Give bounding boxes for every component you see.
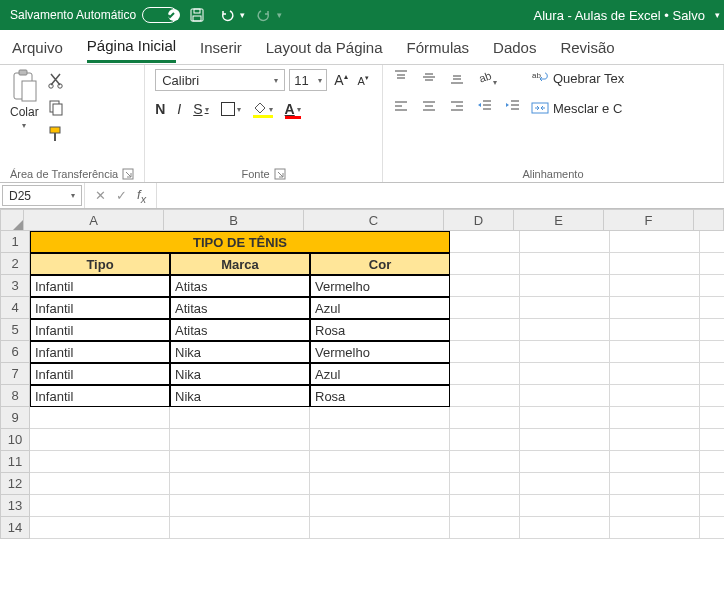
cell[interactable] — [450, 385, 520, 407]
align-middle-icon[interactable] — [421, 69, 437, 88]
cell[interactable]: Vermelho — [310, 275, 450, 297]
format-painter-icon[interactable] — [47, 125, 65, 146]
cell[interactable] — [610, 385, 700, 407]
cell[interactable] — [700, 473, 724, 495]
cell[interactable] — [520, 451, 610, 473]
name-box[interactable]: D25▾ — [2, 185, 82, 206]
font-launcher-icon[interactable] — [274, 168, 286, 180]
cell[interactable] — [170, 495, 310, 517]
cell[interactable] — [700, 407, 724, 429]
cell[interactable] — [520, 319, 610, 341]
cell[interactable] — [450, 495, 520, 517]
col-header[interactable]: C — [304, 209, 444, 231]
cell[interactable] — [700, 429, 724, 451]
cell[interactable] — [450, 517, 520, 539]
cell[interactable] — [610, 363, 700, 385]
cell[interactable] — [700, 319, 724, 341]
cell[interactable] — [30, 429, 170, 451]
cell[interactable] — [610, 473, 700, 495]
cell[interactable] — [450, 275, 520, 297]
cell[interactable] — [610, 253, 700, 275]
align-left-icon[interactable] — [393, 98, 409, 117]
bold-button[interactable]: N — [155, 101, 165, 117]
col-header[interactable]: B — [164, 209, 304, 231]
cell[interactable]: Infantil — [30, 297, 170, 319]
fill-color-button[interactable]: ▾ — [253, 102, 273, 116]
cell[interactable] — [170, 517, 310, 539]
cell[interactable] — [700, 385, 724, 407]
cell[interactable] — [520, 275, 610, 297]
font-color-button[interactable]: A▾ — [285, 101, 301, 117]
cell[interactable]: Cor — [310, 253, 450, 275]
cell[interactable] — [170, 407, 310, 429]
cell[interactable] — [30, 451, 170, 473]
cell[interactable]: Infantil — [30, 275, 170, 297]
cell[interactable] — [310, 429, 450, 451]
cell[interactable] — [700, 363, 724, 385]
decrease-font-icon[interactable]: A▾ — [355, 74, 372, 87]
doctitle-chevron-icon[interactable]: ▾ — [715, 10, 720, 20]
fx-icon[interactable]: fx — [137, 187, 146, 205]
cell[interactable] — [610, 517, 700, 539]
col-header[interactable]: A — [24, 209, 164, 231]
cell[interactable] — [30, 517, 170, 539]
undo-chevron-icon[interactable]: ▾ — [240, 10, 245, 20]
cell[interactable]: Atitas — [170, 297, 310, 319]
cell[interactable]: Tipo — [30, 253, 170, 275]
redo-chevron-icon[interactable]: ▾ — [277, 10, 282, 20]
cell[interactable] — [30, 473, 170, 495]
increase-indent-icon[interactable] — [505, 98, 521, 117]
row-header[interactable]: 3 — [0, 275, 30, 297]
cell[interactable] — [450, 363, 520, 385]
col-header[interactable]: E — [514, 209, 604, 231]
cell[interactable] — [450, 341, 520, 363]
cell[interactable] — [520, 363, 610, 385]
cell[interactable] — [450, 451, 520, 473]
cell[interactable] — [520, 495, 610, 517]
undo-icon[interactable] — [216, 4, 238, 26]
confirm-formula-icon[interactable]: ✓ — [116, 188, 127, 203]
cell[interactable]: Infantil — [30, 385, 170, 407]
cell[interactable]: Infantil — [30, 363, 170, 385]
tab-pagina-inicial[interactable]: Página Inicial — [87, 31, 176, 63]
clipboard-launcher-icon[interactable] — [122, 168, 134, 180]
cell[interactable] — [700, 297, 724, 319]
row-header[interactable]: 10 — [0, 429, 30, 451]
formula-input[interactable] — [156, 183, 724, 208]
cell[interactable] — [450, 231, 520, 253]
cell[interactable]: Atitas — [170, 275, 310, 297]
row-header[interactable]: 11 — [0, 451, 30, 473]
cell[interactable] — [610, 275, 700, 297]
increase-font-icon[interactable]: A▴ — [331, 72, 350, 88]
align-bottom-icon[interactable] — [449, 69, 465, 88]
row-header[interactable]: 14 — [0, 517, 30, 539]
cell[interactable] — [450, 297, 520, 319]
cell[interactable]: Atitas — [170, 319, 310, 341]
redo-icon[interactable] — [253, 4, 275, 26]
autosave-toggle[interactable] — [142, 7, 178, 23]
col-header[interactable] — [694, 209, 724, 231]
tab-revisao[interactable]: Revisão — [560, 33, 614, 62]
cell[interactable] — [520, 297, 610, 319]
cell[interactable]: Vermelho — [310, 341, 450, 363]
row-header[interactable]: 4 — [0, 297, 30, 319]
font-name-select[interactable]: Calibri▾ — [155, 69, 285, 91]
align-right-icon[interactable] — [449, 98, 465, 117]
cell[interactable] — [310, 517, 450, 539]
italic-button[interactable]: I — [177, 101, 181, 117]
cell[interactable] — [170, 429, 310, 451]
cell[interactable] — [610, 429, 700, 451]
cell[interactable] — [450, 473, 520, 495]
cell[interactable] — [310, 407, 450, 429]
cell[interactable] — [610, 451, 700, 473]
decrease-indent-icon[interactable] — [477, 98, 493, 117]
cell[interactable] — [520, 253, 610, 275]
cell[interactable]: Nika — [170, 341, 310, 363]
copy-icon[interactable] — [47, 98, 65, 119]
cell[interactable] — [700, 495, 724, 517]
cell[interactable]: Marca — [170, 253, 310, 275]
align-center-icon[interactable] — [421, 98, 437, 117]
border-button[interactable]: ▾ — [221, 102, 241, 116]
orientation-icon[interactable]: ab▾ — [477, 69, 497, 88]
cell[interactable] — [700, 517, 724, 539]
